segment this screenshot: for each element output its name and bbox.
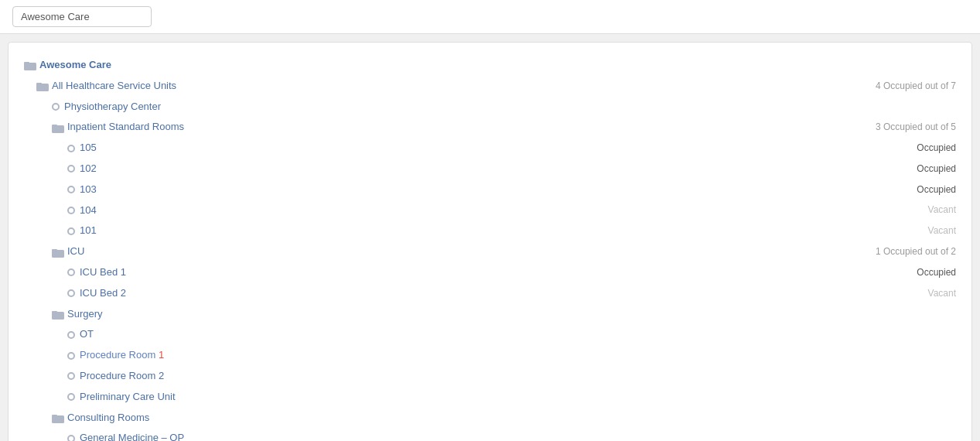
circle-icon	[67, 145, 75, 152]
icu-bed1-left: ICU Bed 1	[24, 265, 126, 281]
list-item: Surgery	[24, 304, 956, 325]
folder-icon	[36, 80, 49, 91]
list-item: All Healthcare Service Units 4 Occupied …	[24, 76, 956, 97]
proc-room1-left: Procedure Room 1	[24, 347, 164, 364]
list-item: 102 Occupied	[24, 159, 956, 179]
room101-status: Vacant	[928, 224, 956, 238]
root-label: Awesome Care	[39, 57, 111, 74]
folder-icon	[24, 60, 36, 70]
room102-status: Occupied	[917, 162, 956, 176]
inpatient-label[interactable]: Inpatient Standard Rooms	[67, 119, 184, 135]
svg-rect-7	[52, 249, 57, 251]
svg-rect-1	[24, 62, 29, 64]
folder-icon	[52, 122, 64, 133]
list-item: Procedure Room 2	[24, 366, 956, 387]
icu-bed2-left: ICU Bed 2	[24, 285, 126, 302]
ot-left: OT	[24, 326, 94, 343]
consulting-left: Consulting Rooms	[24, 410, 149, 426]
svg-rect-5	[52, 125, 57, 127]
room104-label[interactable]: 104	[80, 203, 97, 219]
room105-status: Occupied	[917, 141, 956, 156]
top-bar	[0, 0, 980, 34]
icu-bed2-status: Vacant	[928, 286, 956, 301]
inpatient-status: 3 Occupied out of 5	[876, 120, 956, 135]
circle-icon	[52, 103, 60, 111]
list-item: ICU Bed 1 Occupied	[24, 262, 956, 283]
room105-label[interactable]: 105	[80, 140, 97, 156]
circle-icon	[67, 352, 75, 360]
circle-icon	[67, 372, 75, 380]
svg-rect-11	[52, 415, 57, 417]
main-container: Awesome Care All Healthcare Service Unit…	[8, 42, 972, 441]
circle-icon	[67, 268, 75, 276]
svg-rect-9	[52, 311, 57, 313]
list-item: 104 Vacant	[24, 200, 956, 221]
icu-bed1-label[interactable]: ICU Bed 1	[80, 265, 126, 281]
proc-room2-left: Procedure Room 2	[24, 368, 164, 385]
room101-left: 101	[24, 223, 97, 239]
list-item: 101 Vacant	[24, 220, 956, 241]
folder-icon	[52, 309, 64, 320]
icu-status: 1 Occupied out of 2	[876, 244, 956, 259]
circle-icon	[67, 186, 75, 193]
circle-icon	[67, 207, 75, 214]
room104-left: 104	[24, 203, 97, 219]
circle-icon	[67, 227, 75, 235]
circle-icon	[67, 289, 75, 297]
ot-label[interactable]: OT	[80, 326, 94, 343]
room103-left: 103	[24, 182, 97, 198]
svg-rect-3	[36, 83, 42, 85]
list-item: Inpatient Standard Rooms 3 Occupied out …	[24, 117, 956, 138]
room101-label[interactable]: 101	[80, 223, 97, 239]
circle-icon	[67, 435, 75, 441]
list-item: 105 Occupied	[24, 138, 956, 159]
tree-root-left: Awesome Care	[24, 57, 111, 74]
folder-icon	[52, 247, 64, 258]
inpatient-left: Inpatient Standard Rooms	[24, 119, 184, 135]
proc-room2-label[interactable]: Procedure Room 2	[80, 368, 164, 385]
list-item: Consulting Rooms	[24, 408, 956, 429]
consulting-label[interactable]: Consulting Rooms	[67, 410, 149, 426]
icu-label[interactable]: ICU	[67, 244, 84, 260]
surgery-left: Surgery	[24, 306, 103, 323]
icu-bed1-status: Occupied	[917, 265, 956, 280]
folder-icon	[52, 412, 64, 423]
room103-label[interactable]: 103	[80, 182, 97, 198]
all-healthcare-label[interactable]: All Healthcare Service Units	[52, 78, 176, 94]
physiotherapy-left: Physiotherapy Center	[24, 99, 161, 115]
room104-status: Vacant	[928, 203, 956, 217]
list-item: 103 Occupied	[24, 179, 956, 200]
room103-status: Occupied	[917, 183, 956, 197]
list-item: General Medicine – OP	[24, 428, 956, 441]
icu-bed2-label[interactable]: ICU Bed 2	[80, 285, 126, 302]
gen-med-label[interactable]: General Medicine – OP	[80, 430, 184, 441]
all-healthcare-status: 4 Occupied out of 7	[876, 79, 956, 94]
list-item: OT	[24, 324, 956, 345]
icu-left: ICU	[24, 244, 84, 260]
surgery-label[interactable]: Surgery	[67, 306, 103, 323]
physiotherapy-label[interactable]: Physiotherapy Center	[64, 99, 161, 115]
preliminary-left: Preliminary Care Unit	[24, 389, 176, 405]
search-input[interactable]	[12, 6, 152, 27]
all-healthcare-left: All Healthcare Service Units	[24, 78, 176, 94]
list-item: Preliminary Care Unit	[24, 387, 956, 408]
gen-med-left: General Medicine – OP	[24, 430, 184, 441]
list-item: Physiotherapy Center	[24, 97, 956, 118]
room102-left: 102	[24, 161, 97, 177]
circle-icon	[67, 393, 75, 401]
list-item: Procedure Room 1	[24, 345, 956, 366]
room102-label[interactable]: 102	[80, 161, 97, 177]
list-item: ICU 1 Occupied out of 2	[24, 241, 956, 262]
tree-root: Awesome Care	[24, 55, 956, 76]
list-item: ICU Bed 2 Vacant	[24, 283, 956, 304]
circle-icon	[67, 165, 75, 173]
room105-left: 105	[24, 140, 97, 156]
preliminary-label[interactable]: Preliminary Care Unit	[80, 389, 176, 405]
proc-room1-label[interactable]: Procedure Room 1	[80, 347, 164, 364]
circle-icon	[67, 331, 75, 339]
